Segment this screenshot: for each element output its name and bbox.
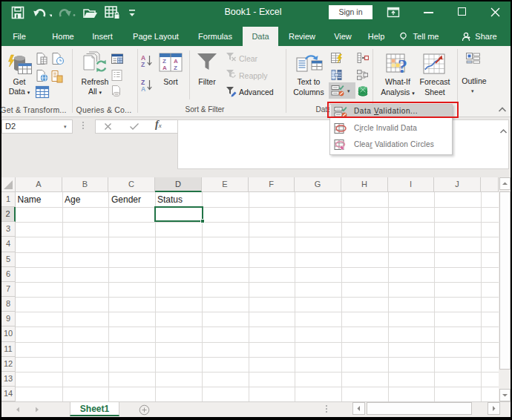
svg-text:A: A bbox=[141, 85, 145, 93]
svg-text:Z: Z bbox=[174, 65, 177, 71]
svg-text:?: ? bbox=[398, 56, 407, 74]
svg-text:Z: Z bbox=[141, 61, 145, 68]
svg-text:Z: Z bbox=[163, 58, 166, 65]
svg-text:A: A bbox=[174, 58, 178, 65]
svg-text:A: A bbox=[163, 65, 167, 71]
